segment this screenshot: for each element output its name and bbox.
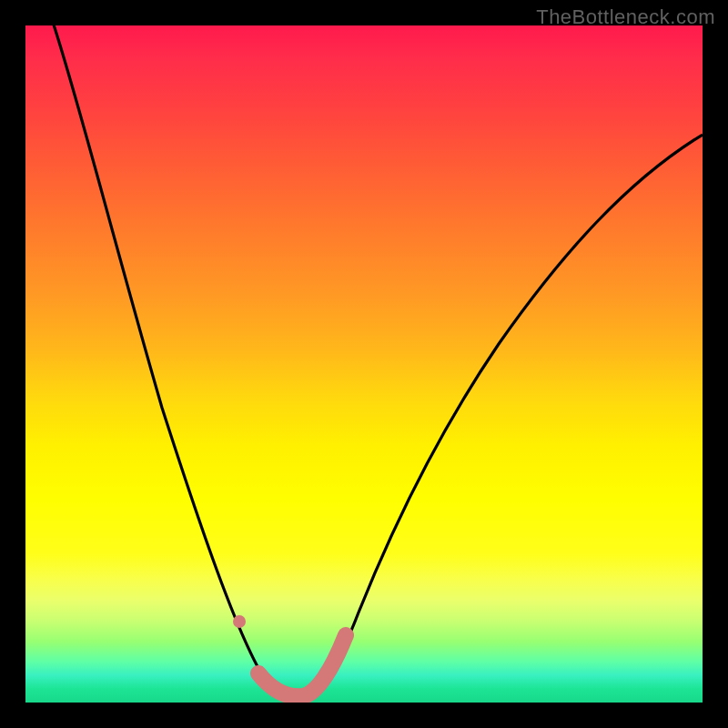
chart-frame	[25, 25, 703, 703]
bottleneck-curve	[51, 25, 703, 696]
highlight-trough	[233, 615, 346, 696]
watermark-text: TheBottleneck.com	[536, 5, 715, 29]
svg-point-0	[233, 615, 246, 628]
chart-svg	[25, 25, 703, 703]
